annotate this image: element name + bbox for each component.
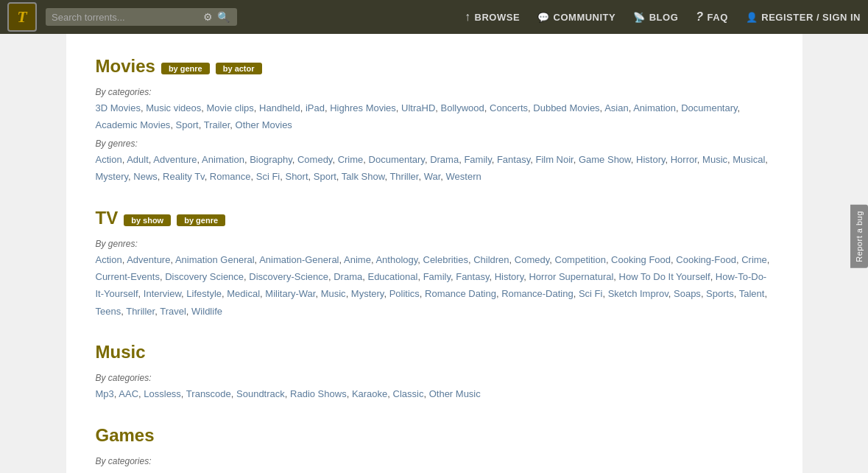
list-item[interactable]: Karaoke <box>352 388 387 399</box>
list-item[interactable]: Fantasy <box>456 271 489 282</box>
list-item[interactable]: Bollywood <box>441 102 484 113</box>
movies-by-actor-btn[interactable]: by actor <box>216 63 262 74</box>
list-item[interactable]: Other Music <box>429 388 481 399</box>
list-item[interactable]: Lifestyle <box>186 288 222 299</box>
list-item[interactable]: Mystery <box>96 171 129 182</box>
list-item[interactable]: How To Do It Yourself <box>619 271 710 282</box>
list-item[interactable]: Handheld <box>259 102 300 113</box>
list-item[interactable]: Short <box>285 171 308 182</box>
list-item[interactable]: Fantasy <box>497 154 530 165</box>
list-item[interactable]: Highres Movies <box>330 102 396 113</box>
list-item[interactable]: Horror Supernatural <box>529 271 613 282</box>
list-item[interactable]: Other Movies <box>236 119 292 130</box>
list-item[interactable]: 3D Movies <box>96 102 141 113</box>
list-item[interactable]: Adventure <box>153 154 197 165</box>
list-item[interactable]: Reality Tv <box>163 171 205 182</box>
nav-blog[interactable]: 📡 BLOG <box>633 12 678 23</box>
list-item[interactable]: Soaps <box>674 288 701 299</box>
list-item[interactable]: Interview <box>144 288 181 299</box>
list-item[interactable]: Sports <box>706 288 734 299</box>
list-item[interactable]: Celebrities <box>423 254 468 265</box>
list-item[interactable]: Teens <box>96 306 121 317</box>
list-item[interactable]: History <box>495 271 523 282</box>
list-item[interactable]: Romance-Dating <box>501 288 574 299</box>
list-item[interactable]: Lossless <box>144 388 181 399</box>
list-item[interactable]: Western <box>446 171 481 182</box>
tv-by-show-btn[interactable]: by show <box>124 214 171 226</box>
list-item[interactable]: Radio Shows <box>290 388 347 399</box>
list-item[interactable]: Action <box>96 154 122 165</box>
list-item[interactable]: Sci Fi <box>256 171 280 182</box>
list-item[interactable]: Competition <box>555 254 606 265</box>
settings-icon[interactable]: ⚙ <box>203 11 213 23</box>
search-icon[interactable]: 🔍 <box>217 11 230 23</box>
list-item[interactable]: Politics <box>389 288 420 299</box>
list-item[interactable]: Anthology <box>375 254 417 265</box>
search-input[interactable] <box>52 12 199 23</box>
list-item[interactable]: Cooking Food <box>611 254 671 265</box>
list-item[interactable]: Transcode <box>186 388 231 399</box>
list-item[interactable]: Music <box>321 288 346 299</box>
list-item[interactable]: Discovery-Science <box>249 271 328 282</box>
list-item[interactable]: War <box>424 171 441 182</box>
movies-by-genre-btn[interactable]: by genre <box>161 63 210 74</box>
list-item[interactable]: Soundtrack <box>236 388 285 399</box>
list-item[interactable]: Adventure <box>127 254 170 265</box>
list-item[interactable]: Discovery Science <box>165 271 244 282</box>
list-item[interactable]: Action <box>96 254 122 265</box>
list-item[interactable]: Current-Events <box>96 271 160 282</box>
nav-register[interactable]: 👤 REGISTER / SIGN IN <box>746 12 861 23</box>
list-item[interactable]: Music videos <box>146 102 201 113</box>
list-item[interactable]: Cooking-Food <box>676 254 736 265</box>
list-item[interactable]: Medical <box>227 288 260 299</box>
list-item[interactable]: Biography <box>250 154 292 165</box>
list-item[interactable]: Family <box>423 271 451 282</box>
list-item[interactable]: Wildlife <box>191 306 222 317</box>
list-item[interactable]: Dubbed Movies <box>533 102 599 113</box>
list-item[interactable]: Music <box>702 154 727 165</box>
list-item[interactable]: AAC <box>119 388 138 399</box>
list-item[interactable]: Trailer <box>204 119 230 130</box>
list-item[interactable]: Drama <box>430 154 459 165</box>
list-item[interactable]: Children <box>473 254 509 265</box>
list-item[interactable]: Romance Dating <box>425 288 496 299</box>
list-item[interactable]: Classic <box>393 388 424 399</box>
tv-by-genre-btn[interactable]: by genre <box>177 214 225 226</box>
list-item[interactable]: Documentary <box>369 154 425 165</box>
list-item[interactable]: Sport <box>176 119 199 130</box>
list-item[interactable]: UltraHD <box>401 102 435 113</box>
list-item[interactable]: Musical <box>733 154 765 165</box>
list-item[interactable]: Drama <box>334 271 362 282</box>
list-item[interactable]: Film Noir <box>535 154 573 165</box>
list-item[interactable]: Talk Show <box>342 171 385 182</box>
list-item[interactable]: History <box>636 154 665 165</box>
list-item[interactable]: Crime <box>338 154 364 165</box>
list-item[interactable]: Military-War <box>265 288 315 299</box>
list-item[interactable]: Academic Movies <box>96 119 171 130</box>
nav-community[interactable]: 💬 COMMUNITY <box>537 12 615 23</box>
list-item[interactable]: Animation General <box>175 254 255 265</box>
report-bug-button[interactable]: Report a bug <box>850 205 868 268</box>
list-item[interactable]: Romance <box>210 171 251 182</box>
list-item[interactable]: Anime <box>344 254 371 265</box>
list-item[interactable]: Animation <box>202 154 244 165</box>
list-item[interactable]: Comedy <box>297 154 332 165</box>
list-item[interactable]: Mp3 <box>96 388 114 399</box>
list-item[interactable]: Sketch Improv <box>608 288 668 299</box>
list-item[interactable]: Movie clips <box>207 102 254 113</box>
list-item[interactable]: Mystery <box>351 288 384 299</box>
list-item[interactable]: Educational <box>367 271 417 282</box>
list-item[interactable]: Family <box>464 154 491 165</box>
list-item[interactable]: Adult <box>127 154 149 165</box>
list-item[interactable]: iPad <box>306 102 325 113</box>
logo[interactable]: T <box>7 2 37 32</box>
list-item[interactable]: Documentary <box>681 102 737 113</box>
list-item[interactable]: Talent <box>739 288 765 299</box>
list-item[interactable]: Sport <box>314 171 336 182</box>
list-item[interactable]: Animation <box>633 102 676 113</box>
list-item[interactable]: Game Show <box>579 154 631 165</box>
list-item[interactable]: Horror <box>671 154 697 165</box>
list-item[interactable]: Comedy <box>515 254 549 265</box>
list-item[interactable]: Sci Fi <box>579 288 603 299</box>
nav-browse[interactable]: ↑ BROWSE <box>465 10 520 24</box>
